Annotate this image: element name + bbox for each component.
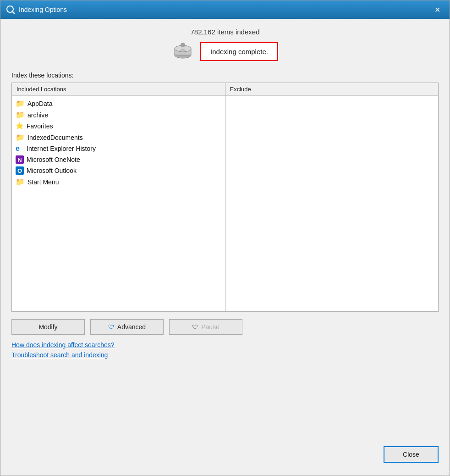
indexing-help-link[interactable]: How does indexing affect searches? (11, 341, 439, 349)
item-label: AppData (27, 100, 52, 107)
pause-button[interactable]: 🛡 Pause (169, 319, 242, 335)
exclude-header: Exclude (225, 83, 439, 96)
favorites-icon: ⭐ (16, 122, 24, 130)
item-label: Start Menu (27, 178, 59, 186)
window-title: Indexing Options (19, 6, 430, 13)
close-button[interactable]: ✕ (430, 3, 444, 17)
item-label: Internet Explorer History (27, 145, 96, 152)
list-item[interactable]: ⭐ Favorites (12, 121, 225, 132)
troubleshoot-link[interactable]: Troubleshoot search and indexing (11, 351, 439, 359)
status-box: Indexing complete. (200, 42, 278, 61)
included-items: 📁 AppData 📁 archive ⭐ Favorites (12, 96, 225, 311)
locations-table: Included Locations 📁 AppData 📁 archive (11, 83, 439, 312)
list-item[interactable]: O Microsoft Outlook (12, 165, 225, 176)
exclude-col: Exclude (225, 83, 439, 311)
window-icon (6, 5, 15, 14)
indexing-options-dialog: Indexing Options ✕ 782,162 items indexed (0, 0, 450, 476)
svg-line-1 (12, 11, 15, 14)
locations-label: Index these locations: (11, 72, 439, 79)
advanced-button[interactable]: 🛡 Advanced (90, 319, 164, 335)
list-item[interactable]: 📁 IndexedDocuments (12, 132, 225, 143)
resize-grip[interactable] (443, 469, 450, 476)
onenote-icon: N (16, 155, 24, 164)
folder-icon: 📁 (16, 133, 25, 142)
outlook-icon: O (16, 166, 24, 175)
advanced-label: Advanced (117, 323, 146, 331)
included-locations-col: Included Locations 📁 AppData 📁 archive (12, 83, 225, 311)
list-item[interactable]: e Internet Explorer History (12, 143, 225, 154)
folder-icon: 📁 (16, 99, 25, 108)
uac-shield-icon-pause: 🛡 (192, 323, 198, 331)
dialog-content: 782,162 items indexed (0, 19, 450, 476)
item-label: IndexedDocuments (27, 134, 83, 141)
pause-label: Pause (201, 323, 220, 331)
ie-icon: e (16, 144, 24, 153)
included-header: Included Locations (12, 83, 225, 96)
status-row: Indexing complete. (172, 40, 278, 62)
uac-shield-icon: 🛡 (108, 323, 115, 331)
bottom-row: Close (11, 368, 439, 466)
list-item[interactable]: 📁 AppData (12, 98, 225, 109)
folder-icon: 📁 (16, 111, 25, 119)
list-item[interactable]: N Microsoft OneNote (12, 154, 225, 165)
list-item[interactable]: 📁 archive (12, 109, 225, 121)
title-bar: Indexing Options ✕ (0, 0, 450, 19)
item-label: Microsoft OneNote (27, 156, 80, 163)
modify-label: Modify (38, 323, 57, 331)
list-item[interactable]: 📁 Start Menu (12, 176, 225, 188)
items-count: 782,162 items indexed (191, 28, 260, 36)
exclude-items (225, 96, 439, 311)
item-label: archive (27, 111, 48, 119)
buttons-row: Modify 🛡 Advanced 🛡 Pause (11, 319, 439, 335)
close-dialog-button[interactable]: Close (384, 446, 439, 463)
folder-icon: 📁 (16, 177, 25, 186)
links-area: How does indexing affect searches? Troub… (11, 341, 439, 359)
status-area: 782,162 items indexed (11, 28, 439, 62)
modify-button[interactable]: Modify (11, 319, 85, 335)
item-label: Favorites (27, 122, 53, 130)
item-label: Microsoft Outlook (27, 167, 77, 174)
status-text: Indexing complete. (210, 48, 268, 55)
svg-point-5 (181, 43, 185, 47)
index-icon (172, 40, 194, 62)
